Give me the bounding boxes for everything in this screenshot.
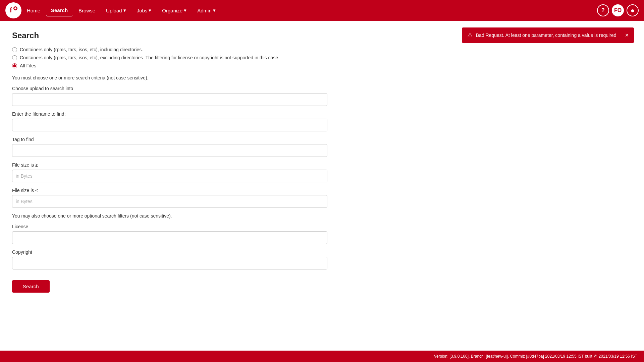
svg-text:f: f bbox=[10, 6, 12, 14]
fossology-logo: f bbox=[5, 2, 21, 18]
radio-containers-excl-label: Containers only (rpms, tars, isos, etc),… bbox=[20, 55, 279, 60]
required-hint: You must choose one or more search crite… bbox=[12, 75, 632, 80]
filesize-lte-input[interactable] bbox=[12, 195, 327, 208]
help-button[interactable]: ? bbox=[597, 4, 609, 16]
filesize-gte-label: File size is ≥ bbox=[12, 162, 327, 168]
alert-banner: ⚠ Bad Request. At least one parameter, c… bbox=[462, 27, 634, 43]
nav-upload[interactable]: Upload ▾ bbox=[101, 5, 131, 16]
nav-browse[interactable]: Browse bbox=[74, 5, 100, 16]
main-content: ⚠ Bad Request. At least one parameter, c… bbox=[0, 21, 644, 351]
upload-field-group: Choose upload to search into bbox=[12, 86, 327, 106]
optional-hint: You may also choose one or more optional… bbox=[12, 213, 632, 219]
radio-all-files-label: All Files bbox=[20, 63, 36, 68]
search-button[interactable]: Search bbox=[12, 280, 50, 293]
filename-label: Enter the filename to find: bbox=[12, 111, 327, 117]
upload-input[interactable] bbox=[12, 93, 327, 106]
user-profile-button[interactable]: ● bbox=[627, 4, 639, 16]
tag-label: Tag to find bbox=[12, 137, 327, 142]
filesize-lte-group: File size is ≤ bbox=[12, 188, 327, 208]
radio-containers-excl-input[interactable] bbox=[12, 55, 17, 60]
filename-field-group: Enter the filename to find: bbox=[12, 111, 327, 131]
filesize-lte-label: File size is ≤ bbox=[12, 188, 327, 193]
license-field-group: License bbox=[12, 224, 327, 244]
filesize-gte-group: File size is ≥ bbox=[12, 162, 327, 182]
organize-dropdown-icon: ▾ bbox=[184, 7, 186, 13]
logo-area: f bbox=[5, 2, 22, 18]
radio-all-files-input[interactable] bbox=[12, 63, 17, 68]
license-input[interactable] bbox=[12, 231, 327, 244]
copyright-field-group: Copyright bbox=[12, 249, 327, 269]
header: f Home Search Browse Upload ▾ Jobs ▾ Org… bbox=[0, 0, 644, 21]
user-initials-button[interactable]: FO bbox=[612, 4, 624, 16]
radio-containers-incl[interactable]: Containers only (rpms, tars, isos, etc),… bbox=[12, 47, 632, 52]
main-nav: Home Search Browse Upload ▾ Jobs ▾ Organ… bbox=[22, 5, 597, 16]
upload-dropdown-icon: ▾ bbox=[123, 7, 126, 13]
radio-containers-incl-label: Containers only (rpms, tars, isos, etc),… bbox=[20, 47, 143, 52]
svg-point-3 bbox=[14, 7, 16, 9]
radio-all-files[interactable]: All Files bbox=[12, 63, 632, 68]
alert-close-button[interactable]: × bbox=[625, 32, 629, 39]
nav-search[interactable]: Search bbox=[46, 5, 72, 16]
jobs-dropdown-icon: ▾ bbox=[149, 7, 151, 13]
radio-containers-excl[interactable]: Containers only (rpms, tars, isos, etc),… bbox=[12, 55, 632, 60]
admin-dropdown-icon: ▾ bbox=[213, 7, 216, 13]
alert-message: Bad Request. At least one parameter, con… bbox=[476, 33, 616, 38]
radio-containers-incl-input[interactable] bbox=[12, 47, 17, 52]
license-label: License bbox=[12, 224, 327, 229]
copyright-label: Copyright bbox=[12, 249, 327, 255]
tag-field-group: Tag to find bbox=[12, 137, 327, 157]
footer: Version: [3.9.0.160], Branch: [feat/new-… bbox=[0, 351, 644, 362]
nav-home[interactable]: Home bbox=[22, 5, 45, 16]
nav-organize[interactable]: Organize ▾ bbox=[157, 5, 191, 16]
alert-icon: ⚠ bbox=[467, 32, 473, 39]
search-scope-group: Containers only (rpms, tars, isos, etc),… bbox=[12, 47, 632, 68]
copyright-input[interactable] bbox=[12, 257, 327, 269]
filesize-gte-input[interactable] bbox=[12, 170, 327, 182]
upload-label: Choose upload to search into bbox=[12, 86, 327, 91]
nav-jobs[interactable]: Jobs ▾ bbox=[132, 5, 156, 16]
nav-right-actions: ? FO ● bbox=[597, 4, 639, 16]
filename-input[interactable] bbox=[12, 119, 327, 131]
tag-input[interactable] bbox=[12, 144, 327, 157]
nav-admin[interactable]: Admin ▾ bbox=[193, 5, 220, 16]
version-text: Version: [3.9.0.160], Branch: [feat/new-… bbox=[434, 354, 637, 359]
